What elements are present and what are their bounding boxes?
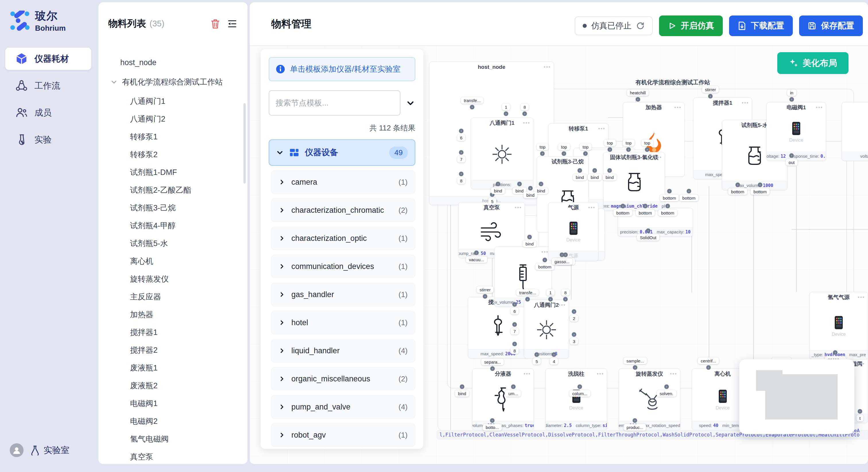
port-chip-gasso[interactable]: gasso...›	[552, 258, 572, 265]
tree-item[interactable]: 加热器	[98, 307, 247, 322]
category-instruments[interactable]: 仪器设备 49	[269, 139, 415, 166]
port-chip-bottom[interactable]: bottom›	[636, 210, 655, 216]
port-chip-bind[interactable]: bind›	[524, 192, 537, 198]
canvas-node-氢气气源[interactable]: 氢气气源•••Device_type: hydrogenmax_pre	[809, 292, 868, 359]
port-chip-4[interactable]: 4›	[550, 358, 558, 365]
download-config-button[interactable]: 下载配置	[729, 15, 793, 36]
port-chip-bind[interactable]: bind›	[573, 174, 587, 181]
node-menu-icon[interactable]: •••	[541, 249, 549, 255]
tree-item[interactable]: 试剂瓶5-水	[98, 236, 247, 250]
port-chip-bottom[interactable]: bottom›	[535, 264, 554, 270]
tree-item[interactable]: 八通阀门1	[98, 94, 247, 108]
port-chip-t[interactable]: t›	[857, 415, 863, 422]
trash-icon[interactable]	[210, 19, 220, 29]
port-chip-separa[interactable]: separa...›	[482, 359, 504, 365]
port-chip-6[interactable]: 6›	[457, 134, 465, 141]
port-chip-transfe[interactable]: transfe...›	[461, 97, 484, 104]
node-menu-icon[interactable]: •••	[523, 120, 530, 126]
tree-item[interactable]: 氢气电磁阀	[98, 432, 247, 446]
beautify-layout-button[interactable]: 美化布局	[777, 52, 848, 74]
category-gas_handler[interactable]: gas_handler(1)	[271, 283, 415, 306]
sidebar-item-members[interactable]: 成员	[5, 102, 91, 124]
port-chip-bind[interactable]: bind›	[603, 174, 617, 181]
node-menu-icon[interactable]: •••	[816, 105, 823, 111]
port-chip-vacuu[interactable]: vacuu...›	[466, 256, 487, 263]
port-chip-5[interactable]: 5›	[533, 358, 541, 365]
tree-item[interactable]: 废液瓶1	[98, 361, 247, 375]
node-menu-icon[interactable]: •••	[588, 205, 595, 211]
node-menu-icon[interactable]: •••	[524, 371, 531, 377]
port-chip-bind[interactable]: bind›	[491, 188, 505, 194]
port-chip-in[interactable]: in›	[787, 90, 796, 96]
tree-item[interactable]: 废液瓶2	[98, 378, 247, 393]
tree-item[interactable]: 八通阀门2	[98, 112, 247, 126]
node-menu-icon[interactable]: •••	[597, 371, 604, 377]
port-chip-7[interactable]: 7›	[457, 156, 465, 163]
sidebar-item-instruments[interactable]: 仪器耗材	[5, 47, 91, 70]
collapse-list-icon[interactable]	[227, 19, 238, 29]
port-chip-7[interactable]: 7›	[510, 328, 519, 335]
port-chip-solven[interactable]: solven.›	[657, 390, 676, 397]
tree-item-host-node[interactable]: host_node	[98, 55, 247, 70]
tree-item[interactable]: 转移泵1	[98, 130, 247, 144]
port-chip-top[interactable]: top›	[537, 144, 549, 150]
tree-item[interactable]: 真空泵	[98, 450, 247, 464]
port-chip-bottom[interactable]: bottom›	[658, 210, 677, 216]
canvas-node-旋转蒸发仪[interactable]: 旋转蒸发仪•••temp: 180max_rotation_speed:	[619, 369, 680, 430]
port-chip-bottom[interactable]: bottom›	[679, 195, 699, 201]
canvas-node-八通阀门2[interactable]: 八通阀门2•••positions: 8	[524, 300, 569, 359]
canvas-node-气源[interactable]: 气源•••Device气源	[548, 202, 598, 261]
node-menu-icon[interactable]: •••	[858, 361, 865, 367]
simulation-status[interactable]: 仿真已停止	[575, 16, 653, 35]
category-robot_agv[interactable]: robot_agv(1)	[271, 423, 415, 447]
tree-item[interactable]: 离心机	[98, 254, 247, 268]
category-pump_and_valve[interactable]: pump_and_valve(4)	[271, 395, 415, 419]
port-chip-6[interactable]: 6›	[510, 308, 519, 314]
port-chip-SolidOut[interactable]: SolidOut›	[637, 234, 659, 241]
category-characterization_chromatic[interactable]: characterization_chromatic(2)	[271, 198, 415, 222]
port-chip-8[interactable]: 8›	[561, 289, 569, 296]
tree-item[interactable]: 搅拌器2	[98, 343, 247, 357]
node-menu-icon[interactable]: •••	[655, 155, 662, 161]
category-liquid_handler[interactable]: liquid_handler(4)	[271, 339, 415, 363]
port-chip-stirrer[interactable]: stirrer›	[477, 286, 493, 293]
tree-item[interactable]: 电磁阀2	[98, 414, 247, 429]
port-chip-bottom[interactable]: bottom›	[728, 189, 747, 195]
node-menu-icon[interactable]: •••	[742, 100, 749, 106]
category-characterization_optic[interactable]: characterization_optic(1)	[271, 227, 415, 250]
canvas-node-电磁阀1[interactable]: 电磁阀1•••Devicevoltage: 12response_time: 0…	[766, 102, 826, 161]
port-chip-top[interactable]: top›	[642, 140, 653, 146]
materials-scrollbar[interactable]	[243, 103, 246, 183]
port-chip-3[interactable]: 3›	[570, 338, 578, 345]
port-chip-top[interactable]: top›	[558, 144, 570, 150]
tree-item[interactable]: 转移泵2	[98, 147, 247, 162]
tree-item[interactable]: 旋转蒸发仪	[98, 272, 247, 286]
tree-item[interactable]: 试剂瓶4-甲醇	[98, 218, 247, 233]
sidebar-item-workflow[interactable]: 工作流	[5, 74, 91, 97]
sidebar-item-experiments[interactable]: 实验	[5, 129, 91, 151]
node-menu-icon[interactable]: •••	[674, 105, 681, 111]
port-chip-8[interactable]: 8›	[510, 347, 519, 354]
category-communication_devices[interactable]: communication_devices(1)	[271, 255, 415, 278]
port-chip-bottom[interactable]: bottom›	[613, 210, 632, 216]
canvas-node-洗脱柱[interactable]: 洗脱柱•••Devicediameter: 2.5column_type: si	[546, 369, 607, 430]
port-chip-1[interactable]: 1›	[502, 104, 510, 110]
port-chip-8[interactable]: 8›	[457, 177, 465, 184]
node-menu-icon[interactable]: •••	[515, 205, 522, 211]
port-chip-bind[interactable]: bind›	[455, 390, 469, 397]
port-chip-transfe[interactable]: transfe...›	[516, 289, 539, 296]
collapse-all-icon[interactable]	[406, 98, 415, 108]
port-chip-stirrer[interactable]: stirrer›	[702, 86, 719, 93]
port-chip-5[interactable]: 5›	[488, 198, 496, 205]
start-simulation-button[interactable]: 开启仿真	[659, 15, 723, 36]
port-chip-top[interactable]: top›	[604, 140, 616, 146]
port-chip-bind[interactable]: bind›	[588, 174, 601, 181]
port-chip-top[interactable]: top›	[623, 140, 634, 146]
save-config-button[interactable]: 保存配置	[799, 15, 863, 36]
node-menu-icon[interactable]: •••	[559, 302, 566, 308]
lab-switcher[interactable]: 实验室	[30, 444, 69, 456]
canvas-node-八通阀门1[interactable]: 八通阀门1•••positions:	[471, 117, 533, 189]
port-chip-bottom[interactable]: bottom›	[751, 189, 770, 195]
port-chip-out[interactable]: out›	[786, 159, 798, 166]
port-chip-colum[interactable]: colum...›	[569, 390, 590, 397]
